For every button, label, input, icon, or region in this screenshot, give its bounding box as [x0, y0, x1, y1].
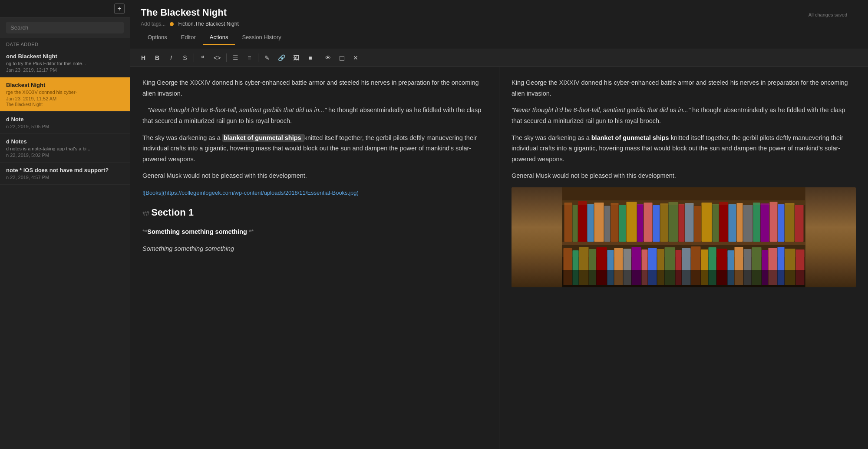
- note-excerpt: ng to try the Plus Editor for this note.…: [6, 61, 124, 66]
- svg-rect-6: [594, 203, 604, 242]
- note-title: d Note: [6, 116, 124, 123]
- svg-rect-12: [644, 203, 653, 242]
- note-date: Jan 23, 2019, 12:17 PM: [6, 67, 124, 73]
- tab-session-history[interactable]: Session History: [235, 30, 288, 45]
- editor-toolbar: H B I S ❝ <> ☰ ≡ ✎ 🔗 🖼 ■ 👁 ◫ ✕: [130, 49, 868, 67]
- toolbar-table-button[interactable]: ■: [304, 52, 316, 64]
- svg-rect-25: [753, 203, 760, 242]
- note-excerpt: rge the XIXXIV donned his cyber-: [6, 90, 124, 95]
- tab-editor[interactable]: Editor: [174, 30, 203, 45]
- editor-para-1: King George the XIXXIV donned his cyber-…: [142, 77, 487, 99]
- svg-rect-24: [743, 205, 753, 242]
- toolbar-divider-4: [319, 53, 319, 62]
- svg-rect-17: [685, 203, 694, 242]
- editor-para-3: The sky was darkening as a blanket of gu…: [142, 133, 487, 165]
- toolbar-ul-button[interactable]: ☰: [229, 52, 241, 64]
- svg-rect-4: [578, 201, 587, 242]
- toolbar-fullscreen-button[interactable]: ✕: [350, 52, 362, 64]
- note-item[interactable]: d Notes d notes is a note-taking app tha…: [0, 134, 130, 163]
- svg-rect-5: [587, 204, 594, 242]
- svg-rect-3: [573, 205, 578, 242]
- svg-rect-10: [627, 202, 637, 242]
- note-item[interactable]: d Note n 22, 2019, 5:05 PM: [0, 112, 130, 134]
- note-title: Blackest Night: [6, 82, 124, 88]
- toolbar-split-button[interactable]: ◫: [336, 52, 348, 64]
- editor-section-heading: ## Section 1: [142, 204, 487, 220]
- note-date: Jan 23, 2019, 11:52 AM: [6, 96, 124, 101]
- editor-para-2: "Never thought it'd be 6-foot-tall, sent…: [142, 105, 487, 126]
- note-meta: Add tags... Fiction.The Blackest Night: [141, 21, 858, 27]
- note-title: d Notes: [6, 138, 124, 145]
- svg-rect-15: [669, 202, 678, 242]
- toolbar-ol-button[interactable]: ≡: [243, 52, 255, 64]
- toolbar-code-button[interactable]: <>: [211, 52, 224, 64]
- search-input[interactable]: [6, 22, 124, 33]
- svg-rect-9: [619, 205, 626, 242]
- toolbar-strikethrough-button[interactable]: S: [179, 52, 191, 64]
- svg-rect-31: [562, 242, 805, 245]
- editor-para-4: General Musk would not be pleased with t…: [142, 170, 487, 181]
- all-changes-saved: All changes saved: [809, 12, 847, 17]
- note-date: n 22, 2019, 5:02 PM: [6, 153, 124, 158]
- toolbar-bold-button[interactable]: B: [151, 52, 163, 64]
- add-tags-label[interactable]: Add tags...: [141, 21, 165, 27]
- note-tag: The Blackest Night: [6, 102, 124, 107]
- svg-rect-23: [737, 203, 743, 242]
- note-header: The Blackest Night Add tags... Fiction.T…: [130, 0, 868, 49]
- svg-rect-22: [729, 204, 736, 242]
- editor-area: King George the XIXXIV donned his cyber-…: [130, 67, 868, 449]
- tab-actions[interactable]: Actions: [203, 30, 235, 45]
- toolbar-italic-button[interactable]: I: [165, 52, 177, 64]
- svg-rect-20: [713, 204, 719, 242]
- tab-options[interactable]: Options: [141, 30, 174, 45]
- note-item[interactable]: ond Blackest Night ng to try the Plus Ed…: [0, 49, 130, 77]
- toolbar-tabs: Options Editor Actions Session History: [141, 30, 858, 45]
- svg-rect-19: [702, 203, 712, 242]
- preview-para-1: King George the XIXXIV donned his cyber-…: [512, 77, 856, 99]
- preview-para-4: General Musk would not be pleased with t…: [512, 170, 856, 181]
- toolbar-heading-button[interactable]: H: [137, 52, 149, 64]
- svg-rect-61: [562, 270, 805, 287]
- note-list: ond Blackest Night ng to try the Plus Ed…: [0, 49, 130, 449]
- books-svg: [512, 187, 856, 287]
- svg-rect-11: [637, 204, 644, 242]
- toolbar-link-button[interactable]: 🔗: [275, 52, 288, 64]
- svg-rect-13: [653, 205, 660, 242]
- toolbar-highlight-button[interactable]: ✎: [261, 52, 273, 64]
- editor-subheading: **Something something something **: [142, 226, 487, 237]
- toolbar-image-button[interactable]: 🖼: [290, 52, 302, 64]
- svg-rect-18: [694, 206, 701, 242]
- svg-rect-21: [719, 202, 728, 242]
- note-title: note * iOS does not have md support?: [6, 167, 124, 173]
- section-date-label: Date Added: [0, 38, 130, 49]
- svg-rect-62: [562, 187, 805, 205]
- toolbar-preview-button[interactable]: 👁: [322, 52, 334, 64]
- preview-pane[interactable]: King George the XIXXIV donned his cyber-…: [499, 67, 868, 449]
- svg-rect-8: [611, 203, 619, 242]
- books-image: [512, 187, 856, 287]
- editor-subtext: Something something something: [142, 243, 487, 254]
- note-date: n 22, 2019, 4:57 PM: [6, 175, 124, 180]
- svg-rect-2: [564, 203, 572, 242]
- svg-rect-30: [795, 205, 804, 242]
- note-date: n 22, 2019, 5:05 PM: [6, 124, 124, 129]
- note-title: ond Blackest Night: [6, 53, 124, 60]
- note-item[interactable]: note * iOS does not have md support? n 2…: [0, 163, 130, 185]
- editor-pane[interactable]: King George the XIXXIV donned his cyber-…: [130, 67, 499, 449]
- editor-image-link: ![Books](https://collegeinfogeek.com/wp-…: [142, 187, 487, 198]
- add-note-button[interactable]: +: [114, 3, 125, 14]
- preview-para-3: The sky was darkening as a blanket of gu…: [512, 133, 856, 165]
- tag-label: Fiction.The Blackest Night: [178, 21, 238, 27]
- toolbar-quote-button[interactable]: ❝: [197, 52, 209, 64]
- note-title-main: The Blackest Night: [141, 7, 858, 18]
- main-content: The Blackest Night Add tags... Fiction.T…: [130, 0, 868, 449]
- note-item[interactable]: Blackest Night rge the XIXXIV donned his…: [0, 77, 130, 112]
- preview-para-2: "Never thought it'd be 6-foot-tall, sent…: [512, 105, 856, 126]
- sidebar-top-bar: +: [0, 0, 130, 17]
- tag-dot-icon: [170, 22, 174, 26]
- search-bar-container: [0, 17, 130, 38]
- sidebar: + Date Added ond Blackest Night ng to tr…: [0, 0, 130, 449]
- toolbar-divider-1: [194, 53, 194, 62]
- svg-rect-29: [785, 203, 795, 242]
- toolbar-divider-3: [258, 53, 258, 62]
